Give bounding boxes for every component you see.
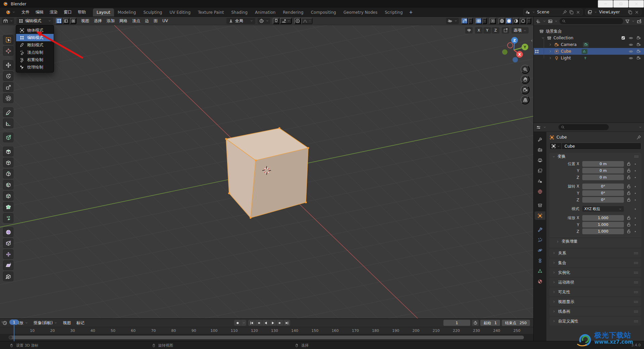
mode-dropdown[interactable]: 编辑模式 <box>16 18 53 24</box>
viewlayer-selector[interactable]: ViewLayer <box>585 9 641 15</box>
cube-object[interactable] <box>0 25 533 318</box>
value-field[interactable]: 0 m <box>582 168 624 173</box>
display-mode-icon[interactable] <box>548 19 553 24</box>
prev-keyframe-button[interactable] <box>255 320 262 326</box>
mirror-axis-button[interactable]: X <box>475 27 483 34</box>
tab-constraints[interactable] <box>535 256 545 265</box>
current-frame-badge[interactable]: 1 <box>9 319 19 325</box>
keyframe-dot-icon[interactable] <box>634 223 637 227</box>
playhead[interactable] <box>14 325 14 341</box>
keyframe-dot-icon[interactable] <box>634 185 637 188</box>
show-overlays-toggle[interactable] <box>475 18 482 24</box>
outliner-search-input[interactable] <box>559 18 623 24</box>
lock-open-icon[interactable] <box>626 168 631 173</box>
tool-button[interactable] <box>3 158 13 167</box>
drag-dots-icon[interactable] <box>633 299 638 304</box>
tab-view-layer[interactable] <box>535 166 545 175</box>
keyframe-dot-icon[interactable] <box>634 216 637 220</box>
tool-button[interactable] <box>3 147 13 156</box>
tool-button[interactable] <box>3 60 13 70</box>
keying-menu[interactable]: 抠像(插帧) <box>32 319 59 327</box>
filter-icon[interactable] <box>625 19 630 24</box>
workspace-tab[interactable]: Layout <box>93 8 114 16</box>
properties-editor-icon[interactable] <box>536 125 541 130</box>
collapsed-panel[interactable]: 运动路径 <box>549 278 641 287</box>
camera-view-button[interactable] <box>521 85 530 94</box>
tool-button[interactable] <box>3 118 13 128</box>
face-select-button[interactable] <box>70 18 76 24</box>
transform-delta-subpanel[interactable]: 变换增量 <box>549 238 641 245</box>
marker-menu[interactable]: 标记 <box>74 319 86 327</box>
editor-type-selector[interactable] <box>2 18 14 24</box>
checkbox-icon[interactable] <box>621 36 626 40</box>
timeline-expand-arrow[interactable]: › <box>1 319 3 324</box>
tab-object[interactable] <box>535 211 545 220</box>
proportional-edit-toggle[interactable] <box>294 18 301 24</box>
tool-button[interactable] <box>3 191 13 201</box>
record-dropdown[interactable] <box>241 320 246 326</box>
keyframe-dot-icon[interactable] <box>634 176 637 179</box>
copy-icon[interactable] <box>569 10 574 15</box>
workspace-tab[interactable]: Scripting <box>381 8 406 16</box>
tab-physics[interactable] <box>535 246 545 254</box>
mode-menu-item[interactable]: 顶点绘制 <box>16 49 54 56</box>
eye-icon[interactable] <box>629 36 633 40</box>
object-name-field[interactable]: Cube <box>549 143 641 150</box>
workspace-tab[interactable]: Animation <box>251 8 279 16</box>
jump-to-end-button[interactable] <box>283 320 290 326</box>
workspace-tab[interactable]: Geometry Nodes <box>340 8 381 16</box>
tool-button[interactable] <box>3 35 13 45</box>
jump-to-start-button[interactable] <box>248 320 255 326</box>
tab-output[interactable] <box>535 156 545 164</box>
record-button[interactable] <box>234 320 241 326</box>
unlink-icon[interactable] <box>576 10 581 15</box>
play-button[interactable] <box>269 320 276 326</box>
gizmo-dropdown[interactable] <box>468 18 473 24</box>
lock-open-icon[interactable] <box>626 191 631 196</box>
properties-search-input[interactable] <box>558 124 609 130</box>
value-field[interactable]: 0° <box>582 197 624 203</box>
falloff-dropdown[interactable] <box>301 18 313 24</box>
workspace-tab[interactable]: Rendering <box>279 8 307 16</box>
visibility-dropdown[interactable] <box>446 18 459 24</box>
viewport-menu-item[interactable]: 视图 <box>79 17 92 25</box>
drag-dots-icon[interactable] <box>633 260 638 265</box>
tool-button[interactable] <box>3 169 13 179</box>
eye-icon[interactable] <box>629 56 633 60</box>
viewport-menu-item[interactable]: 面 <box>151 17 160 25</box>
tool-button[interactable] <box>3 93 13 103</box>
cube-row[interactable]: Cube <box>534 48 644 55</box>
pin-icon[interactable] <box>562 10 567 15</box>
camera-restrict-icon[interactable] <box>636 49 641 54</box>
minimize-button[interactable] <box>598 0 613 8</box>
add-workspace-button[interactable]: + <box>407 8 416 16</box>
eye-icon[interactable] <box>629 42 633 47</box>
shading-dropdown[interactable] <box>527 18 531 24</box>
keyframe-dot-icon[interactable] <box>634 207 637 211</box>
menu-item[interactable]: 编辑 <box>33 8 47 16</box>
keyframe-dot-icon[interactable] <box>634 162 637 166</box>
mode-menu-item[interactable]: 纹理绘制 <box>16 63 54 71</box>
remove-icon[interactable] <box>634 10 639 15</box>
wireframe-shading-button[interactable] <box>498 18 505 24</box>
tab-render[interactable] <box>535 146 545 154</box>
workspace-tab[interactable]: Compositing <box>307 8 340 16</box>
mode-menu-item[interactable]: 雕刻模式 <box>16 41 54 49</box>
tool-button[interactable] <box>3 213 13 223</box>
mirror-button[interactable] <box>465 27 473 34</box>
drag-dots-icon[interactable] <box>634 154 639 159</box>
timeline-ruler[interactable]: 1020304050607080901001101201301401501601… <box>0 327 533 334</box>
collapsed-panel[interactable]: 集合 <box>549 258 641 267</box>
next-keyframe-button[interactable] <box>276 320 283 326</box>
light-row[interactable]: Light <box>534 55 644 61</box>
keyframe-dot-icon[interactable] <box>634 198 637 202</box>
collapsed-panel[interactable]: 视图显示 <box>549 297 641 306</box>
navigation-gizmo[interactable]: Z Y X <box>497 34 531 67</box>
eye-icon[interactable] <box>629 49 633 54</box>
workspace-tab[interactable]: UV Editing <box>166 8 194 16</box>
viewport-canvas[interactable]: XYZ 选项 Z <box>0 25 533 318</box>
sidebar-collapse-arrow[interactable]: ‹ <box>531 38 533 43</box>
edge-select-button[interactable] <box>63 18 69 24</box>
xray-toggle[interactable] <box>489 18 496 24</box>
mode-menu-item[interactable]: 编辑模式 <box>16 34 54 41</box>
